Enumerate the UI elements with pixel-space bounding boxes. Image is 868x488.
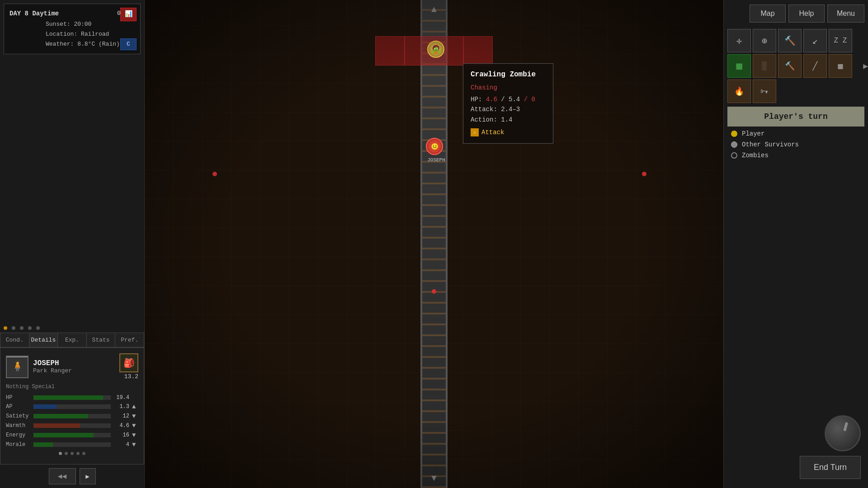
red-tile-2[interactable] — [463, 36, 493, 66]
tab-exp[interactable]: Exp. — [58, 333, 87, 347]
morale-value: 4 — [113, 441, 129, 448]
fire-icon: 🔥 — [734, 86, 744, 96]
hp-value: 19.4 — [113, 394, 129, 401]
warmth-arrow[interactable]: ▼ — [132, 422, 138, 429]
status-dots — [4, 326, 141, 330]
action-row-3: 🔥 🗝 — [727, 80, 864, 103]
tooltip-action: Action: 1.4 — [471, 115, 546, 125]
nothing-special: Nothing Special — [6, 384, 138, 390]
prev-button[interactable]: ◀◀ — [49, 468, 76, 484]
cycle-button[interactable]: C — [120, 38, 137, 50]
ap-value: 1.3 — [113, 404, 129, 410]
ap-arrow[interactable]: ▲ — [132, 403, 138, 410]
satiety-label: Satiety — [6, 413, 31, 419]
player-dot — [731, 131, 737, 137]
zombies-dot — [731, 152, 737, 159]
hp-bar — [33, 395, 111, 400]
stat-ap: AP 1.3 ▲ — [6, 403, 138, 410]
menu-button[interactable]: Menu — [827, 5, 864, 23]
play-button[interactable]: ▶ — [80, 468, 96, 484]
char-level: 🎒 13.2 — [119, 353, 138, 380]
player-icon: 😐 — [431, 143, 439, 150]
energy-arrow[interactable]: ▼ — [132, 432, 138, 439]
player-label: JOSEPH — [423, 157, 450, 163]
avatar-icon: 🧍 — [11, 361, 24, 373]
tab-details[interactable]: Details — [29, 333, 58, 347]
action-green-1[interactable]: ▦ — [727, 54, 751, 78]
satiety-arrow[interactable]: ▼ — [132, 413, 138, 420]
stat-satiety: Satiety 12 ▼ — [6, 413, 138, 420]
action-sleep[interactable]: Z Z — [829, 29, 852, 52]
avatar: 🧍 — [6, 356, 28, 378]
attack-label: Attack — [481, 127, 504, 137]
key-icon: 🗝 — [760, 87, 769, 96]
tab-cond[interactable]: Cond. — [0, 333, 29, 347]
page-dot-5[interactable] — [82, 452, 85, 455]
sleep-icon: Z Z — [834, 37, 847, 45]
action-tan-2[interactable]: 🔨 — [778, 54, 802, 78]
help-button[interactable]: Help — [788, 5, 825, 23]
warmth-label: Warmth — [6, 422, 31, 429]
satiety-fill — [33, 414, 88, 418]
tan-icon-1: ░ — [762, 61, 767, 70]
satiety-value: 12 — [113, 413, 129, 419]
turn-bar[interactable]: Player's turn — [727, 107, 864, 127]
page-dot-2[interactable] — [65, 452, 68, 455]
zombie-sprite[interactable]: 🧟 — [427, 41, 444, 58]
threat-dot-3 — [432, 289, 436, 294]
action-tan-1[interactable]: ░ — [753, 54, 776, 78]
tab-pref[interactable]: Pref. — [115, 333, 144, 347]
attack-button[interactable]: ⚔ Attack — [471, 127, 546, 137]
hp-label: HP — [6, 394, 31, 401]
page-dot-1[interactable] — [59, 452, 62, 455]
scroll-down-arrow[interactable]: ▼ — [431, 473, 437, 483]
tan-icon-2: 🔨 — [785, 61, 795, 71]
alert-button[interactable]: 📊 — [120, 8, 137, 21]
game-map[interactable]: ▲ ▼ 🧟 😐 JOSEPH Crawling Zombie Chasing H… — [145, 0, 723, 488]
survivors-dot — [731, 141, 737, 148]
action-move[interactable]: ✛ — [727, 29, 751, 52]
player-sprite[interactable]: 😐 — [426, 138, 443, 155]
character-tabs: Cond. Details Exp. Stats Pref. — [0, 333, 144, 347]
legend-zombies: Zombies — [731, 152, 861, 159]
dot-4 — [28, 326, 32, 330]
location-label: Location: Railroad — [46, 29, 135, 39]
threat-dot-1 — [212, 172, 217, 176]
energy-bar — [33, 433, 111, 437]
warmth-value: 4.6 — [113, 422, 129, 429]
tooltip-status: Chasing — [471, 83, 546, 93]
red-tile-1[interactable] — [375, 36, 405, 66]
scroll-up-arrow[interactable]: ▲ — [431, 5, 437, 15]
action-tan-3[interactable]: ╱ — [803, 54, 827, 78]
legend-player: Player — [731, 130, 861, 137]
morale-arrow[interactable]: ▼ — [132, 441, 138, 448]
day-label: DAY 8 Daytime — [9, 9, 59, 19]
action-grid-wrapper: ✛ ⊕ 🔨 ↙ Z Z ▦ ░ 🔨 ╱ ▦ — [727, 29, 864, 103]
action-fire[interactable]: 🔥 — [727, 80, 751, 103]
action-interact[interactable]: ↙ — [803, 29, 827, 52]
tab-stats[interactable]: Stats — [87, 333, 116, 347]
equip-slot[interactable]: 🎒 — [119, 353, 138, 372]
energy-fill — [33, 433, 94, 437]
ap-fill — [33, 404, 57, 409]
hp-current: 4.6 — [486, 96, 497, 103]
action-tan-4[interactable]: ▦ — [829, 54, 852, 78]
dot-3 — [20, 326, 24, 330]
expand-arrow[interactable]: ▶ — [863, 61, 868, 71]
turn-dial[interactable] — [825, 415, 861, 451]
alert-icon: 📊 — [125, 9, 132, 20]
prev-icon: ◀◀ — [58, 472, 66, 481]
map-button[interactable]: Map — [750, 5, 786, 23]
page-dot-4[interactable] — [76, 452, 80, 455]
warmth-fill — [33, 423, 80, 428]
ap-bar — [33, 404, 111, 409]
action-key[interactable]: 🗝 — [753, 80, 776, 103]
end-turn-button[interactable]: End Turn — [800, 456, 861, 479]
tooltip-name: Crawling Zombie — [471, 69, 546, 81]
stat-morale: Morale 4 ▼ — [6, 441, 138, 448]
page-dot-3[interactable] — [71, 452, 74, 455]
action-craft[interactable]: 🔨 — [778, 29, 802, 52]
action-target[interactable]: ⊕ — [753, 29, 776, 52]
energy-value: 16 — [113, 432, 129, 438]
dot-2 — [12, 326, 15, 330]
